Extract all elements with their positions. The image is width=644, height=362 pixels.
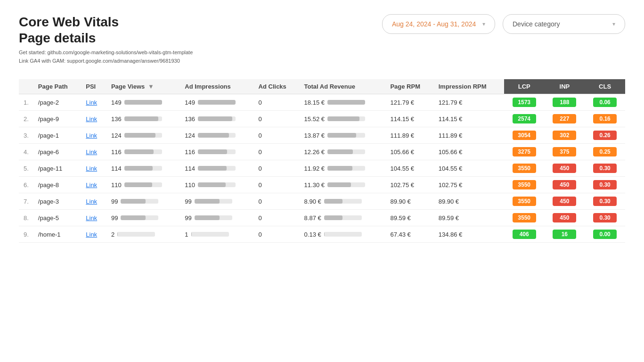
cell-cls: 0.30 [585,193,625,210]
cell-psi[interactable]: Link [81,210,106,226]
cell-page-views: 136 [106,111,180,127]
col-inp: INP [545,79,585,94]
device-filter-label: Device category [513,20,560,28]
cell-psi[interactable]: Link [81,193,106,210]
psi-link[interactable]: Link [86,165,97,172]
col-ad-impressions: Ad Impressions [180,79,253,94]
col-psi: PSI [81,79,106,94]
cell-psi[interactable]: Link [81,111,106,127]
cell-lcp: 1573 [504,94,545,111]
cell-lcp: 3550 [504,210,545,226]
psi-link[interactable]: Link [86,198,97,205]
cell-total-ad-revenue: 13.87 € [300,127,386,144]
cell-ad-clicks: 0 [254,111,300,127]
col-ad-clicks: Ad Clicks [254,79,300,94]
cell-page-views: 149 [106,94,180,111]
cell-idx: 1. [19,94,33,111]
table-row: 2./page-9Link136136015.52 €114.15 €114.1… [19,111,625,127]
cell-page-path: /page-1 [33,127,81,144]
date-filter-dropdown[interactable]: Aug 24, 2024 - Aug 31, 2024 ▾ [382,14,495,34]
cell-lcp: 3054 [504,127,545,144]
cell-idx: 4. [19,144,33,160]
cell-total-ad-revenue: 0.13 € [300,226,386,243]
psi-link[interactable]: Link [86,99,97,106]
cell-total-ad-revenue: 12.26 € [300,144,386,160]
cell-idx: 8. [19,210,33,226]
cell-ad-impressions: 114 [180,160,253,177]
psi-link[interactable]: Link [86,181,97,189]
cell-page-views: 124 [106,127,180,144]
cell-page-rpm: 104.55 € [385,160,433,177]
cell-psi[interactable]: Link [81,94,106,111]
table-row: 6./page-8Link110110011.30 €102.75 €102.7… [19,177,625,193]
cell-idx: 6. [19,177,33,193]
cell-inp: 450 [545,160,585,177]
cell-page-rpm: 105.66 € [385,144,433,160]
cell-cls: 0.30 [585,210,625,226]
cell-impression-rpm: 102.75 € [434,177,504,193]
cell-ad-clicks: 0 [254,94,300,111]
psi-link[interactable]: Link [86,115,97,123]
cell-impression-rpm: 111.89 € [434,127,504,144]
cell-ad-clicks: 0 [254,210,300,226]
date-filter-arrow: ▾ [482,21,485,27]
cell-page-path: /page-8 [33,177,81,193]
cell-page-path: /page-3 [33,193,81,210]
cell-cls: 0.30 [585,160,625,177]
cell-impression-rpm: 114.15 € [434,111,504,127]
col-cls: CLS [585,79,625,94]
cell-psi[interactable]: Link [81,127,106,144]
cell-ad-clicks: 0 [254,193,300,210]
table-row: 7./page-3Link999908.90 €89.90 €89.90 €35… [19,193,625,210]
cell-cls: 0.26 [585,127,625,144]
table-header-row: Page Path PSI Page Views ▼ Ad Impression… [19,79,625,94]
device-filter-dropdown[interactable]: Device category ▾ [503,14,625,34]
cell-ad-impressions: 1 [180,226,253,243]
col-total-ad-revenue: Total Ad Revenue [300,79,386,94]
cell-page-rpm: 89.59 € [385,210,433,226]
cell-total-ad-revenue: 8.87 € [300,210,386,226]
cell-psi[interactable]: Link [81,177,106,193]
cell-ad-clicks: 0 [254,127,300,144]
cell-idx: 2. [19,111,33,127]
cell-idx: 3. [19,127,33,144]
cell-page-path: /page-9 [33,111,81,127]
col-page-path: Page Path [33,79,81,94]
cell-page-path: /home-1 [33,226,81,243]
cell-ad-impressions: 99 [180,193,253,210]
cell-impression-rpm: 134.86 € [434,226,504,243]
cell-ad-clicks: 0 [254,226,300,243]
cell-lcp: 3550 [504,160,545,177]
subtitle: Get started: github.com/google-marketing… [19,49,193,65]
cell-page-path: /page-2 [33,94,81,111]
cell-impression-rpm: 121.79 € [434,94,504,111]
psi-link[interactable]: Link [86,148,97,156]
cell-ad-impressions: 116 [180,144,253,160]
table-row: 9./home-1Link2100.13 €67.43 €134.86 €406… [19,226,625,243]
psi-link[interactable]: Link [86,132,97,139]
device-filter-arrow: ▾ [612,21,615,27]
cell-cls: 0.25 [585,144,625,160]
psi-link[interactable]: Link [86,231,97,238]
table-row: 3./page-1Link124124013.87 €111.89 €111.8… [19,127,625,144]
cell-inp: 450 [545,177,585,193]
cell-psi[interactable]: Link [81,144,106,160]
col-page-views[interactable]: Page Views ▼ [106,79,180,94]
cell-ad-impressions: 136 [180,111,253,127]
cell-ad-impressions: 149 [180,94,253,111]
cell-impression-rpm: 104.55 € [434,160,504,177]
table-row: 8./page-5Link999908.87 €89.59 €89.59 €35… [19,210,625,226]
cell-psi[interactable]: Link [81,226,106,243]
cell-inp: 227 [545,111,585,127]
psi-link[interactable]: Link [86,214,97,222]
cell-page-rpm: 111.89 € [385,127,433,144]
cell-psi[interactable]: Link [81,160,106,177]
cell-page-views: 114 [106,160,180,177]
data-table: Page Path PSI Page Views ▼ Ad Impression… [19,79,625,243]
cell-inp: 188 [545,94,585,111]
cell-ad-clicks: 0 [254,177,300,193]
table-body: 1./page-2Link149149018.15 €121.79 €121.7… [19,94,625,243]
cell-impression-rpm: 89.90 € [434,193,504,210]
cell-page-views: 110 [106,177,180,193]
cell-lcp: 3550 [504,193,545,210]
